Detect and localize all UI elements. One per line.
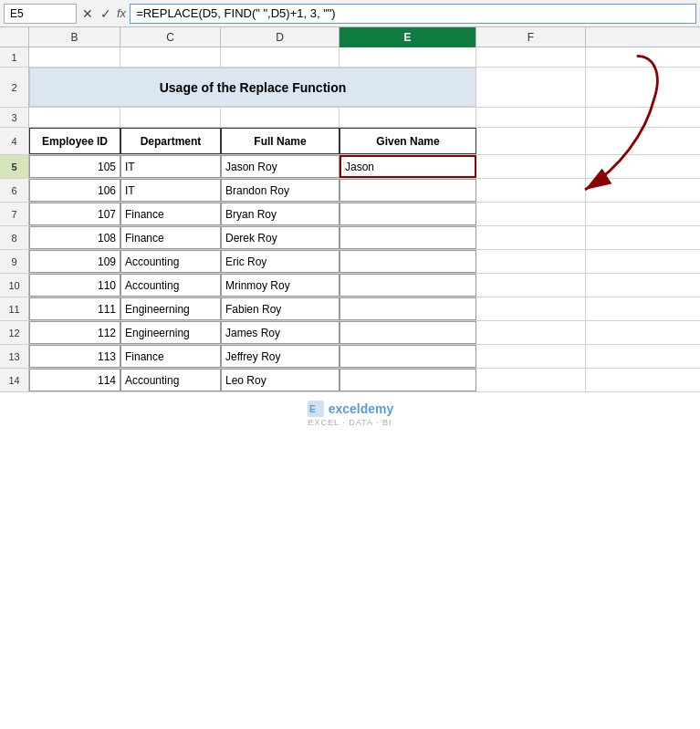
cell-d11[interactable]: Fabien Roy [221, 297, 340, 320]
cell-f6[interactable] [476, 179, 586, 202]
cell-reference-box[interactable]: E5 [4, 4, 77, 24]
col-header-d[interactable]: D [221, 27, 340, 47]
cell-d1[interactable] [221, 47, 340, 67]
cell-c5[interactable]: IT [120, 155, 221, 178]
cancel-icon[interactable]: ✕ [80, 6, 95, 21]
row-num-6: 6 [0, 179, 29, 202]
cell-d6[interactable]: Brandon Roy [221, 179, 340, 202]
cell-f2[interactable] [476, 68, 586, 107]
cell-d3[interactable] [221, 108, 340, 127]
cell-f13[interactable] [476, 345, 586, 368]
row-num-10: 10 [0, 274, 29, 297]
row-4: 4 Employee ID Department Full Name Given… [0, 128, 700, 155]
cell-e7[interactable] [340, 203, 476, 225]
cell-f5[interactable] [476, 155, 586, 178]
cell-f11[interactable] [476, 297, 586, 320]
row-num-11: 11 [0, 297, 29, 320]
cell-f7[interactable] [476, 203, 586, 225]
cell-b10[interactable]: 110 [29, 274, 120, 297]
cell-c11[interactable]: Engineerning [120, 297, 221, 320]
cell-c1[interactable] [120, 47, 221, 67]
cell-d10[interactable]: Mrinmoy Roy [221, 274, 340, 297]
cell-e9[interactable] [340, 250, 476, 273]
cell-c3[interactable] [120, 108, 221, 127]
row-num-7: 7 [0, 203, 29, 225]
confirm-icon[interactable]: ✓ [99, 6, 113, 21]
cell-b12[interactable]: 112 [29, 321, 120, 344]
cell-f9[interactable] [476, 250, 586, 273]
cell-c13[interactable]: Finance [120, 345, 221, 368]
row-num-9: 9 [0, 250, 29, 273]
row-num-13: 13 [0, 345, 29, 368]
cell-c8[interactable]: Finance [120, 226, 221, 249]
cell-d14[interactable]: Leo Roy [221, 369, 340, 391]
cell-d7[interactable]: Bryan Roy [221, 203, 340, 225]
cell-f14[interactable] [476, 369, 586, 391]
cell-b14[interactable]: 114 [29, 369, 120, 391]
cell-c12[interactable]: Engineerning [120, 321, 221, 344]
cell-f4[interactable] [476, 128, 586, 154]
cell-e11[interactable] [340, 297, 476, 320]
cell-b3[interactable] [29, 108, 120, 127]
cell-b1[interactable] [29, 47, 120, 67]
col-header-f[interactable]: F [476, 27, 586, 47]
cell-d5[interactable]: Jason Roy [221, 155, 340, 178]
header-full-name: Full Name [221, 128, 340, 154]
cell-b9[interactable]: 109 [29, 250, 120, 273]
cell-e3[interactable] [340, 108, 476, 127]
row-num-8: 8 [0, 226, 29, 249]
row-12: 12 112 Engineerning James Roy [0, 321, 700, 345]
cell-d9[interactable]: Eric Roy [221, 250, 340, 273]
cell-b7[interactable]: 107 [29, 203, 120, 225]
watermark: E exceldemy EXCEL · DATA · BI [0, 392, 700, 431]
cell-b13[interactable]: 113 [29, 345, 120, 368]
row-7: 7 107 Finance Bryan Roy [0, 203, 700, 226]
cell-b11[interactable]: 111 [29, 297, 120, 320]
col-header-c[interactable]: C [120, 27, 221, 47]
cell-ref-value: E5 [10, 7, 24, 20]
cell-c14[interactable]: Accounting [120, 369, 221, 391]
cell-b8[interactable]: 108 [29, 226, 120, 249]
row-num-2: 2 [0, 68, 29, 107]
col-header-e[interactable]: E [340, 27, 476, 47]
cell-e1[interactable] [340, 47, 476, 67]
header-employee-id: Employee ID [29, 128, 120, 154]
cell-d8[interactable]: Derek Roy [221, 226, 340, 249]
cell-d13[interactable]: Jeffrey Roy [221, 345, 340, 368]
cell-c9[interactable]: Accounting [120, 250, 221, 273]
cell-c10[interactable]: Accounting [120, 274, 221, 297]
title-cell: Usage of the Replace Function [29, 68, 476, 107]
cell-e6[interactable] [340, 179, 476, 202]
watermark-logo: E exceldemy [307, 400, 394, 418]
row-13: 13 113 Finance Jeffrey Roy [0, 345, 700, 369]
cell-f10[interactable] [476, 274, 586, 297]
fx-label: fx [117, 6, 126, 20]
cell-b5[interactable]: 105 [29, 155, 120, 178]
cell-d12[interactable]: James Roy [221, 321, 340, 344]
cell-e10[interactable] [340, 274, 476, 297]
cell-f3[interactable] [476, 108, 586, 127]
cell-e12[interactable] [340, 321, 476, 344]
formula-input[interactable] [130, 4, 696, 24]
cell-c7[interactable]: Finance [120, 203, 221, 225]
col-header-b[interactable]: B [29, 27, 120, 47]
header-department: Department [120, 128, 221, 154]
row-1: 1 [0, 47, 700, 68]
row-2: 2 Usage of the Replace Function [0, 68, 700, 108]
cell-e8[interactable] [340, 226, 476, 249]
row-3: 3 [0, 108, 700, 128]
cell-e14[interactable] [340, 369, 476, 391]
row-6: 6 106 IT Brandon Roy [0, 179, 700, 203]
cell-f12[interactable] [476, 321, 586, 344]
cell-e5[interactable]: Jason [340, 155, 476, 178]
cell-c6[interactable]: IT [120, 179, 221, 202]
cell-e13[interactable] [340, 345, 476, 368]
cell-f1[interactable] [476, 47, 586, 67]
cell-b6[interactable]: 106 [29, 179, 120, 202]
header-given-name: Given Name [340, 128, 476, 154]
spreadsheet-grid: 1 2 Usage of the Replace Function 3 4 Em… [0, 47, 700, 392]
row-num-3: 3 [0, 108, 29, 127]
column-headers: B C D E F [0, 27, 700, 47]
corner-header [0, 27, 29, 47]
cell-f8[interactable] [476, 226, 586, 249]
